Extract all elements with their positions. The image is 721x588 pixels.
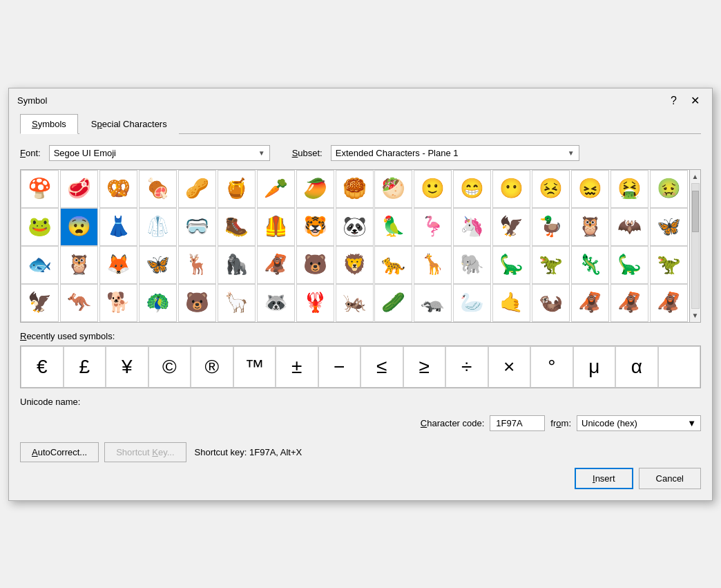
symbol-cell[interactable]: 😣 <box>532 170 570 208</box>
symbol-cell-selected[interactable]: 😨 <box>60 208 98 246</box>
symbol-cell[interactable]: 🦅 <box>21 284 59 322</box>
symbol-cell[interactable]: 🦧 <box>257 246 295 284</box>
recent-cell[interactable]: ® <box>191 346 233 388</box>
symbol-cell[interactable]: 🦧 <box>650 284 688 322</box>
symbol-cell[interactable]: 🐘 <box>453 246 491 284</box>
symbol-cell[interactable]: 🦩 <box>414 208 452 246</box>
symbol-cell[interactable]: 🦖 <box>650 246 688 284</box>
symbol-cell[interactable]: 🥩 <box>60 170 98 208</box>
symbol-cell[interactable]: 🦡 <box>414 284 452 322</box>
symbol-cell[interactable]: 🐕 <box>99 284 137 322</box>
symbol-cell[interactable]: 🥭 <box>296 170 334 208</box>
symbol-cell[interactable]: 🦉 <box>571 208 609 246</box>
symbol-cell[interactable]: 🍄 <box>21 170 59 208</box>
recent-cell[interactable]: ¥ <box>106 346 148 388</box>
symbol-cell[interactable]: 🤢 <box>650 170 688 208</box>
recent-cell[interactable]: α <box>615 346 658 388</box>
tab-special-characters[interactable]: Special Characters <box>79 114 179 134</box>
recent-cell[interactable]: ≤ <box>360 346 403 388</box>
recent-cell[interactable]: ° <box>530 346 573 388</box>
symbol-cell[interactable]: 🦒 <box>414 246 452 284</box>
symbol-cell[interactable]: 🐆 <box>374 246 412 284</box>
symbol-cell[interactable]: 🦄 <box>453 208 491 246</box>
symbol-cell[interactable]: 🦌 <box>178 246 216 284</box>
symbol-cell[interactable]: 🐻 <box>178 284 216 322</box>
cancel-button[interactable]: Cancel <box>639 468 701 489</box>
symbol-cell[interactable]: 🍖 <box>139 170 177 208</box>
symbol-cell[interactable]: 🦖 <box>532 246 570 284</box>
symbol-cell[interactable]: 🥮 <box>336 170 374 208</box>
symbol-cell[interactable]: 😖 <box>571 170 609 208</box>
symbol-cell[interactable]: 🐟 <box>21 246 59 284</box>
symbol-cell[interactable]: 🦍 <box>218 246 256 284</box>
symbol-cell[interactable]: 🦗 <box>336 284 374 322</box>
recent-cell[interactable]: £ <box>64 346 106 388</box>
symbol-cell[interactable]: 🦕 <box>611 246 648 284</box>
recent-cell[interactable] <box>658 346 701 388</box>
recent-cell[interactable]: ™ <box>233 346 276 388</box>
tab-symbols[interactable]: Symbols <box>20 114 78 134</box>
symbol-cell[interactable]: 🥜 <box>178 170 216 208</box>
scroll-thumb[interactable] <box>692 191 699 232</box>
scroll-down-arrow[interactable]: ▼ <box>691 310 700 321</box>
symbol-cell[interactable]: 🦋 <box>650 208 688 246</box>
charcode-input[interactable] <box>490 415 545 431</box>
symbol-cell[interactable]: 🦘 <box>60 284 98 322</box>
help-button[interactable]: ? <box>666 94 681 108</box>
symbol-cell[interactable]: 🦞 <box>296 284 334 322</box>
symbol-cell[interactable]: 🦺 <box>257 208 295 246</box>
symbol-cell[interactable]: 🦦 <box>532 284 570 322</box>
recent-cell[interactable]: μ <box>573 346 616 388</box>
recent-cell[interactable]: ± <box>276 346 318 388</box>
scroll-track[interactable] <box>691 183 700 309</box>
from-dropdown[interactable]: Unicode (hex) ▼ <box>577 415 701 431</box>
symbol-cell[interactable]: 👗 <box>99 208 137 246</box>
symbol-cell[interactable]: 🦋 <box>139 246 177 284</box>
close-button[interactable]: ✕ <box>686 94 704 108</box>
symbol-cell[interactable]: 🥕 <box>257 170 295 208</box>
symbol-cell[interactable]: 🥾 <box>218 208 256 246</box>
symbol-cell[interactable]: 🥨 <box>99 170 137 208</box>
symbol-cell[interactable]: 🥽 <box>178 208 216 246</box>
symbol-cell[interactable]: 🦉 <box>60 246 98 284</box>
symbol-cell[interactable]: 🦁 <box>336 246 374 284</box>
symbol-cell[interactable]: 🐸 <box>21 208 59 246</box>
symbol-cell[interactable]: 😁 <box>453 170 491 208</box>
autocorrect-button[interactable]: AutoCorrect... <box>20 442 99 462</box>
shortcut-key-button[interactable]: Shortcut Key... <box>104 442 186 462</box>
symbol-cell[interactable]: 🍯 <box>218 170 256 208</box>
symbol-cell[interactable]: 🦎 <box>571 246 609 284</box>
symbol-cell[interactable]: 🐯 <box>296 208 334 246</box>
recent-cell[interactable]: ≥ <box>403 346 446 388</box>
symbol-cell[interactable]: 🥙 <box>374 170 412 208</box>
symbol-cell[interactable]: 🤮 <box>611 170 648 208</box>
symbol-cell[interactable]: 🦢 <box>453 284 491 322</box>
recent-cell[interactable]: ÷ <box>445 346 488 388</box>
scrollbar[interactable]: ▲ ▼ <box>689 170 700 322</box>
symbol-cell[interactable]: 🤙 <box>492 284 530 322</box>
symbol-cell[interactable]: 🥼 <box>139 208 177 246</box>
recent-cell[interactable]: × <box>488 346 531 388</box>
symbol-cell[interactable]: 🥒 <box>374 284 412 322</box>
symbol-cell[interactable]: 🦧 <box>571 284 609 322</box>
recent-cell[interactable]: − <box>318 346 361 388</box>
recent-cell[interactable]: © <box>148 346 191 388</box>
recent-cell[interactable]: € <box>21 346 64 388</box>
symbol-cell[interactable]: 🦇 <box>611 208 648 246</box>
symbol-cell[interactable]: 🦊 <box>99 246 137 284</box>
symbol-cell[interactable]: 🦝 <box>257 284 295 322</box>
symbol-cell[interactable]: 😶 <box>492 170 530 208</box>
subset-dropdown[interactable]: Extended Characters - Plane 1 ▼ <box>331 145 579 161</box>
insert-button[interactable]: Insert <box>575 468 633 489</box>
symbol-cell[interactable]: 🦕 <box>492 246 530 284</box>
symbol-cell[interactable]: 🦚 <box>139 284 177 322</box>
font-dropdown[interactable]: Segoe UI Emoji ▼ <box>49 145 270 161</box>
symbol-cell[interactable]: 🙂 <box>414 170 452 208</box>
symbol-cell[interactable]: 🦙 <box>218 284 256 322</box>
symbol-cell[interactable]: 🦅 <box>492 208 530 246</box>
scroll-up-arrow[interactable]: ▲ <box>691 171 700 182</box>
symbol-cell[interactable]: 🐻 <box>296 246 334 284</box>
symbol-cell[interactable]: 🦜 <box>374 208 412 246</box>
symbol-cell[interactable]: 🦧 <box>611 284 648 322</box>
symbol-cell[interactable]: 🦆 <box>532 208 570 246</box>
